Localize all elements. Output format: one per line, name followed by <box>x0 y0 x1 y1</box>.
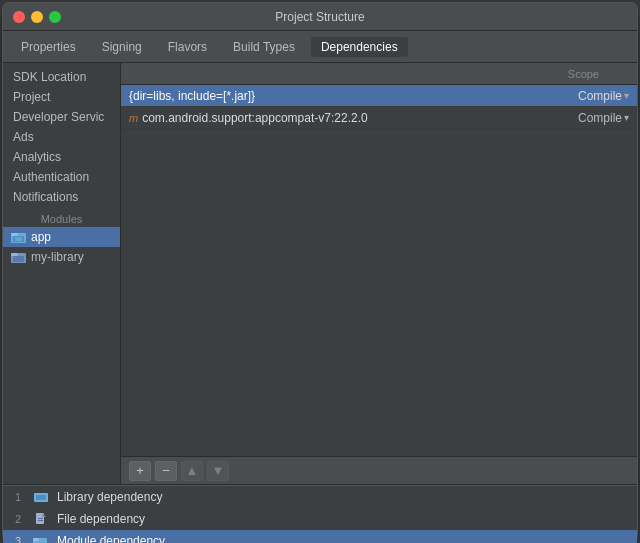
footer: 1 Library dependency 2 File dependency 3 <box>3 484 637 540</box>
dep-row-jar-scope-value: Compile <box>578 89 622 103</box>
deps-toolbar-bottom: + − ▲ ▼ <box>121 456 637 484</box>
sidebar-item-developer-services[interactable]: Developer Servic <box>3 107 120 127</box>
deps-header: Scope <box>121 63 637 85</box>
modules-section-title: Modules <box>3 207 120 227</box>
scope-header-label: Scope <box>568 68 629 80</box>
add-dependency-button[interactable]: + <box>129 461 151 481</box>
module-dep-icon <box>33 534 49 543</box>
context-file-label: File dependency <box>57 512 145 526</box>
remove-dependency-button[interactable]: − <box>155 461 177 481</box>
sidebar-item-notifications[interactable]: Notifications <box>3 187 120 207</box>
dep-row-jar-text: {dir=libs, include=[*.jar]} <box>129 89 578 103</box>
context-module-label: Module dependency <box>57 534 165 543</box>
dep-row-appcompat-scope-value: Compile <box>578 111 622 125</box>
sidebar-item-project[interactable]: Project <box>3 87 120 107</box>
context-library-label: Library dependency <box>57 490 162 504</box>
app-module-icon <box>11 230 27 244</box>
library-module-label: my-library <box>31 250 84 264</box>
library-module-icon <box>11 250 27 264</box>
tab-flavors[interactable]: Flavors <box>158 37 217 57</box>
tab-signing[interactable]: Signing <box>92 37 152 57</box>
context-num-3: 3 <box>15 535 25 543</box>
context-file-dependency[interactable]: 2 File dependency <box>3 508 637 530</box>
svg-rect-5 <box>11 253 18 256</box>
deps-list: {dir=libs, include=[*.jar]} Compile ▾ m … <box>121 85 637 456</box>
sidebar-module-app[interactable]: app <box>3 227 120 247</box>
minimize-button[interactable] <box>31 11 43 23</box>
svg-rect-3 <box>15 237 22 241</box>
project-structure-window: Project Structure Properties Signing Fla… <box>2 2 638 541</box>
dep-row-appcompat-dropdown-arrow[interactable]: ▾ <box>624 112 629 123</box>
dep-row-appcompat-scope[interactable]: Compile ▾ <box>578 111 629 125</box>
module-badge: m <box>129 112 138 124</box>
context-num-1: 1 <box>15 491 25 503</box>
context-library-dependency[interactable]: 1 Library dependency <box>3 486 637 508</box>
app-module-label: app <box>31 230 51 244</box>
maximize-button[interactable] <box>49 11 61 23</box>
sidebar-item-ads[interactable]: Ads <box>3 127 120 147</box>
context-module-dependency[interactable]: 3 Module dependency <box>3 530 637 543</box>
main-panel: Scope {dir=libs, include=[*.jar]} Compil… <box>121 63 637 484</box>
sidebar-item-analytics[interactable]: Analytics <box>3 147 120 167</box>
svg-rect-11 <box>38 520 43 521</box>
tab-build-types[interactable]: Build Types <box>223 37 305 57</box>
move-down-button[interactable]: ▼ <box>207 461 229 481</box>
dep-row-jar-scope[interactable]: Compile ▾ <box>578 89 629 103</box>
window-title: Project Structure <box>275 10 364 24</box>
context-num-2: 2 <box>15 513 25 525</box>
file-dep-icon <box>33 512 49 526</box>
sidebar-module-library[interactable]: my-library <box>3 247 120 267</box>
sidebar-item-sdk-location[interactable]: SDK Location <box>3 67 120 87</box>
context-menu: 1 Library dependency 2 File dependency 3 <box>3 485 637 543</box>
dep-row-jar-dropdown-arrow[interactable]: ▾ <box>624 90 629 101</box>
sidebar: SDK Location Project Developer Servic Ad… <box>3 63 121 484</box>
titlebar: Project Structure <box>3 3 637 31</box>
tab-dependencies[interactable]: Dependencies <box>311 37 408 57</box>
move-up-button[interactable]: ▲ <box>181 461 203 481</box>
window-controls <box>13 11 61 23</box>
dep-row-jar[interactable]: {dir=libs, include=[*.jar]} Compile ▾ <box>121 85 637 107</box>
svg-rect-1 <box>11 233 18 236</box>
svg-rect-6 <box>13 256 24 262</box>
tabs-toolbar: Properties Signing Flavors Build Types D… <box>3 31 637 63</box>
close-button[interactable] <box>13 11 25 23</box>
library-dep-icon <box>33 490 49 504</box>
tab-properties[interactable]: Properties <box>11 37 86 57</box>
svg-rect-10 <box>38 518 43 519</box>
svg-rect-8 <box>36 495 46 500</box>
main-content: SDK Location Project Developer Servic Ad… <box>3 63 637 484</box>
svg-rect-13 <box>33 538 39 541</box>
dep-row-appcompat[interactable]: m com.android.support:appcompat-v7:22.2.… <box>121 107 637 129</box>
dep-row-appcompat-text: com.android.support:appcompat-v7:22.2.0 <box>142 111 578 125</box>
sidebar-item-authentication[interactable]: Authentication <box>3 167 120 187</box>
